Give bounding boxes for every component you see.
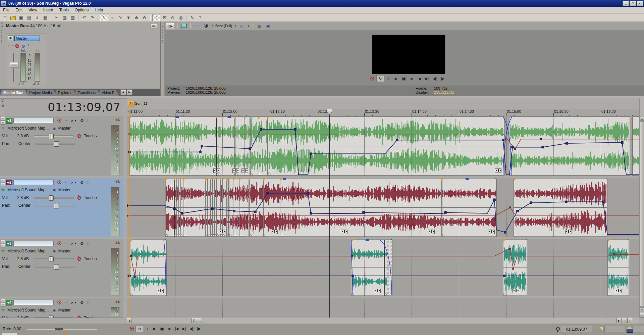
lock-envelopes-icon[interactable]: ⊠ [161,14,168,21]
vol-slider-handle[interactable] [49,195,54,201]
automation-gear-icon[interactable] [15,44,19,48]
envelope-icon[interactable]: ≈ [65,300,67,305]
vol-slider-handle[interactable] [49,256,54,262]
maximize-track-icon[interactable]: ▭ [1,121,5,125]
automation-gear-icon[interactable] [77,134,81,138]
automation-mode[interactable]: Touch [84,134,95,138]
track-2-waveform-canvas[interactable] [127,178,639,237]
time-display[interactable]: 01:13:09,07 [4,99,123,115]
pin-panel-icon[interactable]: ◂ [0,25,4,28]
track-icon[interactable]: ◀4 [6,300,12,305]
next-frame-button[interactable]: ||▶ [195,326,202,332]
track-icon[interactable]: ◀2 [6,180,12,185]
ungroup-events-icon[interactable]: ⊖ [141,14,148,21]
vol-slider-handle[interactable] [49,316,54,318]
normal-edit-tool-icon[interactable]: ↖ [100,14,108,21]
marker-bar[interactable]: 11 Son_11 [127,98,639,109]
zoom-out-icon[interactable]: − [622,318,627,323]
maximize-button[interactable]: □ [630,1,636,6]
arm-record-icon[interactable] [57,180,61,184]
envelope-icon[interactable]: ≈ [65,118,67,123]
mute-icon[interactable]: ×▼ [71,180,77,185]
solo-icon[interactable]: ⊘ [80,242,84,245]
cut-icon[interactable]: ✂ [53,14,60,21]
minimize-track-icon[interactable]: ▭ [1,117,5,121]
pen-tool-icon[interactable]: ✎ [189,14,196,21]
tab-video-f[interactable]: Video F [98,90,119,96]
device-name[interactable]: Microsoft Sound Map... [7,188,49,192]
panel-grip[interactable]: × ◂ [0,21,4,96]
automation-dropdown-icon[interactable]: ▼ [95,258,98,260]
play-from-start-button[interactable]: ▷ [385,76,392,82]
external-monitor-icon[interactable] [194,23,201,29]
track-2-header[interactable]: ▭▭◀2≈×▼⊘!-Inf.⇆Microsoft Sound Map...▣Ma… [0,178,123,237]
automation-mode[interactable]: Touch [84,195,95,200]
track-1-header[interactable]: ▭▭◀1≈×▼⊘!-Inf.⇆Microsoft Sound Map...▣Ma… [0,116,123,176]
save-snapshot-icon[interactable]: ▣ [264,23,272,29]
pause-button[interactable]: ▮▮ [158,326,165,332]
cursor-time-field[interactable]: 01:13:09,07 [561,326,592,332]
redo-icon[interactable]: ↷ [89,14,96,21]
track-name-field[interactable] [13,241,54,246]
copy-icon[interactable]: ▥ [61,14,68,21]
horizontal-scrollbar[interactable]: ◀ ▶ − + [127,318,639,324]
stop-button[interactable]: ■ [408,76,415,82]
minimize-track-icon[interactable]: ▭ [1,299,5,302]
go-to-start-button[interactable]: |◀ [173,326,180,332]
bus-assign-icon[interactable]: ▣ [52,249,56,253]
vol-slider[interactable] [34,135,74,137]
mute-icon[interactable]: ⊘ [21,44,25,48]
close-panel-icon[interactable]: × [0,21,4,25]
bus-assign-icon[interactable]: ▣ [52,188,56,192]
pan-slider[interactable] [35,205,75,206]
scroll-left-icon[interactable]: ◀ [127,318,132,323]
minimize-button[interactable]: _ [623,1,629,6]
device-name[interactable]: Microsoft Sound Map... [7,126,49,131]
device-name[interactable]: Microsoft Sound Map... [7,308,49,313]
video-device-icon[interactable] [180,23,187,29]
solo-icon[interactable]: ⊘ [80,119,84,123]
track-icon[interactable]: ◀1 [6,118,12,124]
next-frame-button[interactable]: ||▶ [439,76,446,82]
scroll-up-icon[interactable]: ▲ [640,116,644,121]
automation-gear-icon[interactable] [77,196,81,200]
snapping-icon[interactable]: ◎ [177,14,184,21]
track-name-field[interactable] [13,300,54,305]
bus-name[interactable]: Master [58,308,71,313]
previous-frame-button[interactable]: ◀|| [188,326,195,332]
bus-name[interactable]: Master [58,126,71,131]
track-1-waveform-canvas[interactable] [127,116,639,176]
play-button[interactable]: ▶ [392,76,399,82]
track-icon[interactable]: ◀3 [6,241,12,246]
automation-mode[interactable]: Touch [84,256,95,261]
tab-transitions[interactable]: Transitions [74,90,100,96]
arm-record-icon[interactable] [57,241,61,245]
record-button[interactable] [369,76,376,82]
automation-mode[interactable]: Touch [84,316,95,318]
menu-insert[interactable]: Insert [40,7,56,13]
track-zoom-icon[interactable]: ± [640,313,644,318]
time-ruler[interactable]: 01:11:0001:11:3001:12:0001:12:3001:13:00… [127,109,639,116]
master-fader-handle[interactable] [10,62,18,68]
video-panel-grip[interactable]: × ◂ [161,21,165,96]
mute-icon[interactable]: ×▼ [71,241,77,246]
phase-icon[interactable]: ! [87,241,89,246]
bus-assign-icon[interactable]: ▣ [52,126,56,131]
zoom-in-icon[interactable]: + [627,318,632,323]
minimize-track-icon[interactable]: ▭ [1,240,5,243]
group-events-icon[interactable]: ⊕ [133,14,140,21]
bus-assign-icon[interactable]: ▣ [52,308,56,313]
vertical-scrollbar[interactable]: ▲ ▼ ± [639,98,644,318]
vol-value[interactable]: -2,8 dB [11,134,29,138]
pan-value[interactable]: Center [13,264,31,269]
mute-icon[interactable]: ×▼ [71,118,77,123]
vol-value[interactable]: -2,8 dB [11,195,29,200]
save-project-icon[interactable]: ▣ [17,14,25,21]
play-from-start-button[interactable]: ▷ [144,326,151,332]
bus-name[interactable]: Master [58,188,71,192]
envelope-edit-tool-icon[interactable]: ≈ [109,14,116,21]
tab-explorer[interactable]: Explorer [55,90,76,96]
quality-dropdown-icon[interactable]: ▼ [234,25,236,27]
maximize-track-icon[interactable]: ▭ [1,183,5,186]
render-as-icon[interactable]: ▦ [42,14,49,21]
